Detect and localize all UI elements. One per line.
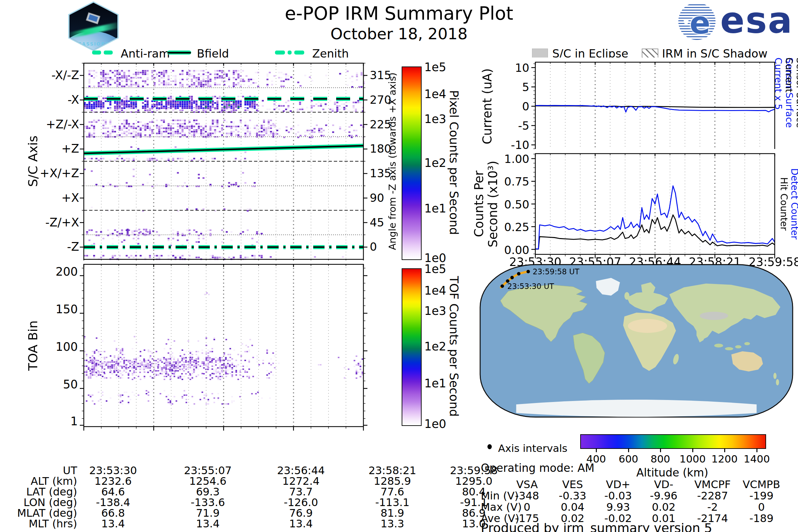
cell: 0.04: [551, 501, 594, 513]
pixel-colorbar-label: 1e2: [424, 156, 446, 170]
alt-tick-mark: [724, 448, 725, 452]
angle-tick: 90: [370, 186, 384, 210]
angle-tick: 45: [370, 210, 384, 235]
alt-tick: 800: [644, 453, 677, 465]
bfield-line-sample: [167, 51, 191, 55]
counts-ylabel-line2: Second (x10³): [486, 154, 499, 254]
tof-colorbar-label: 1e2: [424, 340, 446, 353]
track-end-label: 23:59:58 UT: [533, 267, 580, 276]
map-uk: [624, 292, 629, 300]
altitude-colorbar: [580, 434, 766, 449]
alt-tick: 1400: [740, 453, 773, 465]
eclipse-swatch: [532, 49, 548, 58]
band-label: +Z: [20, 137, 79, 161]
counts-right-label-detect: Detect Counter: [789, 154, 798, 254]
cell: 0.02: [642, 501, 685, 513]
alt-tick-mark: [628, 448, 629, 452]
pixel-colorbar: [402, 66, 422, 260]
col-header: VSA: [506, 478, 549, 491]
band-label: -Z: [20, 235, 79, 259]
pixel-colorbar-label: 1e1: [424, 202, 446, 215]
track-point: [517, 272, 520, 275]
cell: -0.03: [596, 490, 640, 502]
ytick: -5: [499, 119, 529, 132]
sc-plot-legend: Anti-ram Bfield Zenith: [84, 46, 363, 60]
counts-yticks: 1.00 0.75 0.50 0.25 0.00: [499, 149, 529, 259]
produced-by-footer: Produced by irm_summary version 5: [481, 521, 712, 532]
legend-anti-ram-label: Anti-ram: [121, 47, 170, 60]
pixel-colorbar-label: 1e3: [424, 112, 446, 126]
cell: 13.4: [180, 517, 235, 530]
anti-ram-line-sample: [92, 51, 101, 55]
sc-spectrogram-canvas: [80, 59, 367, 263]
pixel-colorbar-label: 1e4: [424, 88, 446, 101]
sc-band-labels: -X/-Z -X +Z/-X +Z +X/+Z +X -Z/+X -Z: [20, 59, 79, 263]
counts-right-label-hit: Hit Counter: [778, 154, 790, 254]
counts-chart-canvas: [531, 149, 779, 259]
col-header: VES: [551, 478, 594, 491]
alt-tick: 400: [580, 453, 613, 465]
tof-colorbar-label: 1e3: [424, 304, 446, 318]
cell: -2: [691, 501, 734, 513]
angle-tick: 0: [370, 235, 377, 259]
ytick: 0: [499, 100, 529, 113]
anti-ram-line-sample2: [104, 51, 113, 55]
track-point: [500, 284, 504, 288]
band-label: +X/+Z: [20, 161, 79, 186]
cell: -189: [740, 512, 783, 525]
tof-colorbar-label: 1e0: [424, 417, 446, 431]
alt-tick: 600: [612, 453, 645, 465]
patch-background: CASSIOPE: [70, 3, 117, 50]
cell: -199: [740, 490, 783, 502]
current-yticks: 10 5 0 -5 -10: [499, 58, 529, 155]
altitude-bar-label: Altitude (km): [623, 466, 722, 479]
page-subtitle: October 18, 2018: [216, 25, 582, 43]
cell: -2287: [691, 490, 734, 502]
toa-yticks: 200 150 100 50 1: [42, 260, 78, 431]
col-header: VD-: [642, 478, 685, 491]
esa-logo-globe: e: [678, 3, 716, 40]
zenith-dot-sample: [288, 51, 291, 55]
cell: 13.4: [86, 517, 140, 530]
toa-spectrogram-canvas: [80, 260, 367, 431]
band-label: -Z/+X: [20, 210, 79, 235]
zenith-line-sample: [275, 51, 285, 55]
alt-tick-mark: [692, 448, 693, 452]
track-point: [526, 270, 530, 273]
sc-angle-axis-label: Angle from -Z axis (towards +X axis): [386, 59, 398, 263]
col-header: VMCPF: [691, 478, 734, 491]
current-ylabel: Current (uA): [480, 62, 494, 150]
patch-satellite-icon: [86, 12, 100, 24]
esa-logo: e esa: [678, 2, 795, 41]
counts-ylabel-line1: Counts Per: [472, 154, 486, 254]
cell: -9.96: [642, 490, 685, 502]
current-chart-canvas: [531, 58, 779, 155]
col-header: VD+: [596, 478, 640, 491]
toa-ytick: 100: [42, 340, 78, 354]
cell: 0: [506, 501, 549, 513]
ytick: 0.75: [499, 175, 529, 188]
ytick: 0.25: [499, 221, 529, 234]
tof-colorbar-label: 1e1: [424, 377, 446, 390]
band-label: +X: [20, 186, 79, 210]
alt-tick: 1000: [676, 453, 709, 465]
cell: 9.93: [596, 501, 640, 513]
cell: -348: [506, 490, 549, 502]
esa-logo-e-glyph: e: [690, 5, 716, 39]
zenith-line-sample2: [294, 51, 304, 55]
map-island: [725, 347, 733, 350]
tof-colorbar: [402, 268, 422, 426]
legend-bfield-label: Bfield: [197, 47, 229, 60]
toa-ytick: 50: [42, 378, 78, 391]
cell: 0: [740, 501, 783, 513]
cell: 13.4: [274, 517, 328, 530]
ephemeris-table: UT 23:53:30 23:55:07 23:56:44 23:58:21 2…: [0, 464, 479, 531]
map-island: [714, 344, 723, 347]
map-himalaya: [700, 311, 728, 320]
ytick: 0.50: [499, 198, 529, 211]
band-label: +Z/-X: [20, 112, 79, 137]
cell: 13.3: [365, 517, 420, 530]
page-title: e-POP IRM Summary Plot: [216, 3, 582, 24]
current-right-label: Sensor Surface Current: [789, 58, 798, 157]
band-label: -X: [20, 88, 79, 112]
